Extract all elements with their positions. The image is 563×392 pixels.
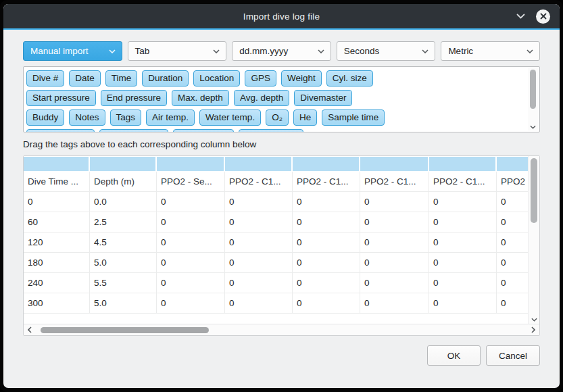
cancel-button[interactable]: Cancel — [486, 345, 540, 366]
table-cell: 0 — [225, 212, 293, 232]
tag-location[interactable]: Location — [193, 70, 240, 87]
table-cell: 0 — [360, 273, 429, 293]
scroll-down-icon[interactable] — [528, 125, 538, 129]
table-cell: 0 — [360, 253, 429, 273]
table-cell: 0 — [360, 232, 429, 253]
options-row: Manual import Tab dd.mm.yyyy Seconds Met… — [23, 41, 540, 61]
duration-format-select[interactable]: Seconds — [337, 41, 436, 61]
tag-row: Dive #DateTimeDurationLocationGPSWeightC… — [26, 70, 524, 87]
tag-start-pressure[interactable]: Start pressure — [26, 90, 96, 106]
tag-dive-[interactable]: Dive # — [26, 70, 64, 87]
window-title: Import dive log file — [243, 11, 320, 22]
table-cell: 0 — [497, 253, 528, 273]
drop-target-cell[interactable] — [293, 157, 359, 171]
table-cell: 0 — [293, 212, 360, 232]
table-cell: 0 — [429, 232, 497, 253]
import-mode-select[interactable]: Manual import — [23, 41, 122, 61]
tag-sample-time[interactable]: Sample time — [322, 109, 385, 126]
drop-target-cell[interactable] — [360, 157, 428, 171]
scroll-left-icon[interactable] — [26, 326, 34, 333]
table-cell: 0 — [429, 212, 497, 232]
drop-target-cell[interactable] — [90, 157, 155, 171]
tag-divemaster[interactable]: Divemaster — [294, 90, 352, 106]
table-row: 602.5000000 — [24, 212, 528, 232]
tag-date[interactable]: Date — [69, 70, 101, 87]
tag-time[interactable]: Time — [105, 70, 138, 87]
table-cell: 0 — [157, 232, 225, 253]
tag-cyl-size[interactable]: Cyl. size — [326, 70, 373, 87]
column-header: PPO2 - Se... — [157, 172, 225, 192]
drop-target-cell[interactable] — [24, 157, 89, 171]
date-format-value: dd.mm.yyyy — [239, 46, 288, 56]
table-header-row: Dive Time ...Depth (m)PPO2 - Se...PPO2 -… — [24, 172, 528, 192]
table-row: 2405.5000000 — [24, 273, 528, 293]
tag-gps[interactable]: GPS — [245, 70, 276, 87]
chevron-down-icon — [213, 49, 220, 53]
table-cell: 0 — [225, 253, 293, 273]
tag-air-temp-[interactable]: Air temp. — [146, 109, 195, 126]
duration-format-value: Seconds — [344, 46, 380, 56]
tag-buddy[interactable]: Buddy — [26, 109, 64, 126]
drop-target-cell[interactable] — [429, 157, 495, 171]
table-cell: 0 — [293, 273, 360, 293]
table-cell: 0 — [360, 192, 429, 212]
tag-tags[interactable]: Tags — [110, 109, 142, 126]
table-cell: 0 — [360, 293, 429, 314]
table-cell: 4.5 — [90, 232, 157, 253]
tag-o-[interactable]: O₂ — [266, 109, 289, 126]
scrollbar-track[interactable] — [34, 327, 529, 333]
column-header: PPO2 - C1... — [360, 172, 429, 192]
scroll-right-icon[interactable] — [529, 326, 537, 333]
table-cell: 0 — [497, 293, 528, 314]
tag-duration[interactable]: Duration — [142, 70, 189, 87]
tag-rows: Dive #DateTimeDurationLocationGPSWeightC… — [26, 70, 524, 132]
table-cell: 0 — [429, 293, 497, 314]
tag-sample-cns[interactable]: Sample CNS — [239, 129, 303, 132]
tag-max-depth[interactable]: Max. depth — [172, 90, 229, 106]
titlebar[interactable]: Import dive log file — [3, 4, 560, 28]
table-hscrollbar[interactable] — [24, 324, 539, 335]
table-cell: 2.5 — [90, 212, 157, 232]
tag-water-temp-[interactable]: Water temp. — [199, 109, 261, 126]
table-cell: 0 — [157, 253, 225, 273]
tag-avg-depth[interactable]: Avg. depth — [234, 90, 289, 106]
tag-notes[interactable]: Notes — [69, 109, 105, 126]
drop-target-cell[interactable] — [157, 157, 224, 171]
close-button[interactable] — [536, 9, 550, 24]
scrollbar-thumb[interactable] — [41, 327, 209, 333]
scroll-down-icon[interactable] — [529, 318, 539, 322]
tag-sample-temp-[interactable]: Sample temp. — [99, 129, 168, 132]
table-cell: 0 — [293, 192, 360, 212]
tag-panel-scrollbar[interactable] — [528, 68, 538, 130]
table-cell: 0 — [497, 273, 528, 293]
units-value: Metric — [448, 46, 473, 56]
table-cell: 0 — [225, 273, 293, 293]
column-header: PPO2 — [497, 172, 528, 192]
table-cell: 0 — [293, 253, 360, 273]
tag-end-pressure[interactable]: End pressure — [101, 90, 167, 106]
units-select[interactable]: Metric — [441, 41, 540, 61]
table-row: 1204.5000000 — [24, 232, 528, 253]
table-cell: 0 — [157, 273, 225, 293]
table-cell: 0 — [497, 232, 528, 253]
ok-button[interactable]: OK — [427, 345, 481, 366]
table-cell: 0 — [157, 192, 225, 212]
column-header: Dive Time ... — [24, 172, 90, 192]
drop-target-cell[interactable] — [225, 157, 291, 171]
tag-weight[interactable]: Weight — [281, 70, 322, 87]
tag-sample-po-[interactable]: Sample pO₂ — [173, 129, 235, 132]
table-cell: 0 — [497, 192, 528, 212]
table-cell: 240 — [24, 273, 90, 293]
drop-target-cell[interactable] — [497, 157, 528, 171]
tag-he[interactable]: He — [293, 109, 317, 126]
tag-sample-depth[interactable]: Sample depth — [26, 129, 95, 132]
import-preview-table: Dive Time ...Depth (m)PPO2 - Se...PPO2 -… — [23, 155, 540, 336]
import-mode-value: Manual import — [30, 46, 89, 56]
date-format-select[interactable]: dd.mm.yyyy — [232, 41, 331, 61]
scrollbar-thumb[interactable] — [530, 70, 536, 109]
table-cell: 180 — [24, 253, 90, 273]
field-separator-select[interactable]: Tab — [128, 41, 227, 61]
scrollbar-thumb[interactable] — [531, 158, 537, 223]
chevron-down-icon[interactable] — [516, 14, 525, 19]
table-vscrollbar[interactable] — [528, 156, 539, 324]
